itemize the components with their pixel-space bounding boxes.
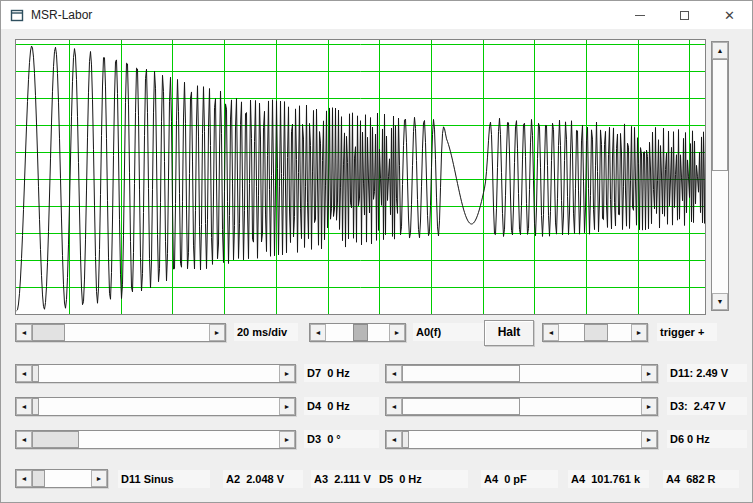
d7-scroll-track[interactable] [32,365,279,382]
scroll-right-arrow[interactable]: ► [641,431,657,448]
scroll-right-arrow[interactable]: ► [209,324,225,341]
left-arrow-icon: ◄ [21,436,28,443]
right-arrow-icon: ► [284,403,291,410]
left-arrow-icon: ◄ [21,475,28,482]
right-arrow-icon: ► [636,329,643,336]
left-arrow-icon: ◄ [391,370,398,377]
scroll-right-arrow[interactable]: ► [641,365,657,382]
d3-voltage-scrollbar[interactable]: ◄ ► [385,397,658,416]
scope-frame [15,39,706,315]
signal-frequency-scroll-thumb[interactable] [353,324,368,341]
left-arrow-icon: ◄ [391,436,398,443]
right-arrow-icon: ► [96,475,103,482]
right-arrow-icon: ► [646,370,653,377]
scroll-left-arrow[interactable]: ◄ [386,431,402,448]
d11-waveform-scroll-track[interactable] [32,470,91,487]
scroll-right-arrow[interactable]: ► [389,324,405,341]
minimize-button[interactable] [617,1,662,29]
scroll-right-arrow[interactable]: ► [279,431,295,448]
d11-waveform-scroll-thumb[interactable] [32,470,45,487]
d11-waveform-scrollbar[interactable]: ◄ ► [15,469,108,488]
trigger-mode-label: trigger + [657,323,717,341]
left-arrow-icon: ◄ [21,329,28,336]
trigger-scrollbar[interactable]: ◄ ► [542,323,648,342]
scroll-right-arrow[interactable]: ► [279,398,295,415]
scroll-left-arrow[interactable]: ◄ [386,365,402,382]
trigger-scroll-thumb[interactable] [584,324,608,341]
trigger-scroll-track[interactable] [559,324,631,341]
right-arrow-icon: ► [214,329,221,336]
d3-voltage-scroll-thumb[interactable] [402,398,520,415]
d7-frequency-scrollbar[interactable]: ◄ ► [15,364,296,383]
down-arrow-icon: ▼ [717,298,724,305]
d6-frequency-scrollbar[interactable]: ◄ ► [385,430,658,449]
d11-voltage-scrollbar[interactable]: ◄ ► [385,364,658,383]
left-arrow-icon: ◄ [548,329,555,336]
title-bar: MSR-Labor ✕ [1,1,752,29]
scroll-left-arrow[interactable]: ◄ [16,470,32,487]
d3-voltage-scroll-track[interactable] [402,398,641,415]
scope-display [16,40,705,314]
amplitude-scroll-thumb[interactable] [712,59,728,171]
scroll-left-arrow[interactable]: ◄ [543,324,559,341]
timebase-scroll-track[interactable] [32,324,209,341]
close-button[interactable]: ✕ [707,1,752,29]
readout-a2-voltage: A2 2.048 V [223,470,303,488]
d7-scroll-thumb[interactable] [32,365,39,382]
scroll-right-arrow[interactable]: ► [641,398,657,415]
d3-phase-scrollbar[interactable]: ◄ ► [15,430,296,449]
maximize-button[interactable] [662,1,707,29]
scroll-up-arrow[interactable]: ▲ [712,42,728,59]
scroll-right-arrow[interactable]: ► [91,470,107,487]
amplitude-scroll-track[interactable] [712,59,728,293]
left-arrow-icon: ◄ [391,403,398,410]
d4-frequency-scrollbar[interactable]: ◄ ► [15,397,296,416]
right-arrow-icon: ► [284,436,291,443]
d4-scroll-thumb[interactable] [32,398,39,415]
d3-phase-scroll-thumb[interactable] [32,431,79,448]
d11-waveform-label: D11 Sinus [118,470,210,488]
minimize-icon [635,15,645,16]
d3-voltage-label: D3: 2.47 V [667,397,747,415]
d11-voltage-label: D11: 2.49 V [667,364,747,382]
amplitude-scrollbar[interactable]: ▲ ▼ [711,41,729,311]
d6-scroll-track[interactable] [402,431,641,448]
scroll-left-arrow[interactable]: ◄ [16,431,32,448]
d11-scroll-thumb[interactable] [402,365,520,382]
timebase-label: 20 ms/div [234,323,298,341]
d7-frequency-label: D7 0 Hz [304,364,379,382]
scroll-left-arrow[interactable]: ◄ [310,324,326,341]
close-icon: ✕ [724,9,735,22]
d6-scroll-thumb[interactable] [402,431,409,448]
halt-button[interactable]: Halt [484,320,534,346]
scroll-down-arrow[interactable]: ▼ [712,293,728,310]
signal-frequency-scroll-track[interactable] [326,324,389,341]
readout-a4-capacitance: A4 0 pF [481,470,558,488]
left-arrow-icon: ◄ [21,370,28,377]
signal-frequency-scrollbar[interactable]: ◄ ► [309,323,406,342]
app-window: MSR-Labor ✕ ▲ ▼ ◄ ► 20 ms/div ◄ ► A0(f) … [0,0,753,503]
d3-phase-label: D3 0 ° [304,430,379,448]
maximize-icon [680,11,689,20]
scroll-right-arrow[interactable]: ► [631,324,647,341]
window-title: MSR-Labor [31,8,92,22]
readout-a4-resistance-k: A4 101.761 k [568,470,649,488]
d4-frequency-label: D4 0 Hz [304,397,379,415]
scroll-left-arrow[interactable]: ◄ [16,324,32,341]
left-arrow-icon: ◄ [21,403,28,410]
readout-a4-resistance: A4 682 R [663,470,739,488]
d4-scroll-track[interactable] [32,398,279,415]
up-arrow-icon: ▲ [717,47,724,54]
scroll-left-arrow[interactable]: ◄ [386,398,402,415]
timebase-scroll-thumb[interactable] [32,324,65,341]
timebase-scrollbar[interactable]: ◄ ► [15,323,226,342]
scroll-left-arrow[interactable]: ◄ [16,398,32,415]
d6-frequency-label: D6 0 Hz [667,430,747,448]
d3-phase-scroll-track[interactable] [32,431,279,448]
d11-scroll-track[interactable] [402,365,641,382]
right-arrow-icon: ► [646,403,653,410]
window-icon [10,9,24,22]
scroll-left-arrow[interactable]: ◄ [16,365,32,382]
scroll-right-arrow[interactable]: ► [279,365,295,382]
right-arrow-icon: ► [284,370,291,377]
